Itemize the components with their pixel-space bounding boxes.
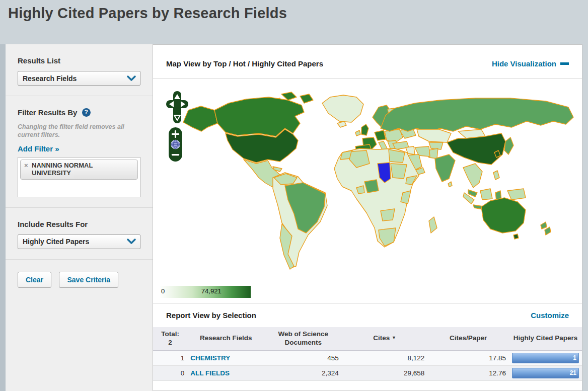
map-pan-control[interactable] <box>166 90 188 124</box>
page-header: Highly Cited Papers by Research Fields <box>0 0 588 44</box>
world-map[interactable] <box>153 79 582 303</box>
results-list-heading: Results List <box>18 56 140 65</box>
include-results-section: Include Results For Highly Cited Papers <box>6 207 153 259</box>
cpp-value: 12.76 <box>427 365 509 380</box>
globe-icon <box>171 140 180 149</box>
active-filters-box: × NANNING NORMAL UNIVERSITY <box>18 157 140 197</box>
chevron-down-icon <box>126 75 136 82</box>
filter-note: Changing the filter field removes all cu… <box>18 123 140 139</box>
field-link[interactable]: CHEMISTRY <box>190 354 230 362</box>
cites-value: 8,122 <box>342 350 427 365</box>
map-section-header: Map View by Top / Hot / Highly Cited Pap… <box>153 45 582 79</box>
filter-tag: × NANNING NORMAL UNIVERSITY <box>20 160 138 180</box>
chevron-down-icon <box>126 238 136 245</box>
col-highly-cited-papers: Highly Cited Papers <box>509 327 582 350</box>
row-rank: 1 <box>153 350 187 365</box>
legend-max: 74,921 <box>201 287 222 295</box>
cpp-value: 17.85 <box>427 350 509 365</box>
total-header: Total: 2 <box>153 327 187 350</box>
choropleth-map[interactable]: 0 74,921 <box>153 79 582 303</box>
add-filter-link[interactable]: Add Filter » <box>18 144 59 153</box>
table-row: 1 CHEMISTRY 455 8,122 17.85 1 <box>153 350 582 365</box>
customize-link[interactable]: Customize <box>531 311 569 320</box>
sidebar-filler <box>6 298 153 391</box>
report-view-title: Report View by Selection <box>166 311 256 320</box>
table-row: 0 ALL FIELDS 2,324 29,658 12.76 21 <box>153 365 582 380</box>
total-count: 2 <box>168 339 172 346</box>
filter-results-heading: Filter Results By <box>18 108 77 117</box>
docs-value: 2,324 <box>265 365 342 380</box>
remove-filter-icon[interactable]: × <box>24 162 28 169</box>
sidebar-actions: Clear Save Criteria <box>6 259 153 298</box>
help-icon[interactable]: ? <box>82 108 91 117</box>
row-rank: 0 <box>153 365 187 380</box>
docs-value: 455 <box>265 350 342 365</box>
clear-button[interactable]: Clear <box>18 272 51 288</box>
hide-visualization-link[interactable]: Hide Visualization <box>492 59 569 68</box>
bar-value: 1 <box>573 354 578 361</box>
highly-cited-bar: 21 <box>512 368 579 378</box>
main-panel: Map View by Top / Hot / Highly Cited Pap… <box>153 44 582 391</box>
report-section-header: Report View by Selection Customize <box>153 303 582 327</box>
map-view-title: Map View by Top / Hot / Highly Cited Pap… <box>166 59 323 68</box>
col-cites-sortable[interactable]: Cites ▼ <box>342 327 427 350</box>
highly-cited-bar: 1 <box>512 353 579 363</box>
col-research-fields: Research Fields <box>187 327 264 350</box>
bar-value: 21 <box>570 369 578 376</box>
minus-icon <box>560 62 569 65</box>
col-wos-documents: Web of Science Documents <box>265 327 342 350</box>
table-header-row: Total: 2 Research Fields Web of Science … <box>153 327 582 350</box>
include-results-dropdown[interactable]: Highly Cited Papers <box>18 234 140 249</box>
report-table: Total: 2 Research Fields Web of Science … <box>153 327 582 381</box>
filters-sidebar: Results List Research Fields Filter Resu… <box>6 44 153 391</box>
legend-min: 0 <box>161 287 165 295</box>
filter-results-section: Filter Results By ? Changing the filter … <box>6 96 153 207</box>
sort-desc-icon: ▼ <box>392 335 396 340</box>
page-title: Highly Cited Papers by Research Fields <box>8 5 588 22</box>
col-cites-per-paper: Cites/Paper <box>427 327 509 350</box>
map-zoom-control[interactable] <box>169 127 182 162</box>
field-link[interactable]: ALL FIELDS <box>190 369 230 377</box>
results-list-dropdown[interactable]: Research Fields <box>18 71 140 86</box>
include-results-selected: Highly Cited Papers <box>18 238 89 246</box>
save-criteria-button[interactable]: Save Criteria <box>59 272 118 288</box>
cites-value: 29,658 <box>342 365 427 380</box>
map-color-legend: 0 74,921 <box>159 286 251 298</box>
results-list-section: Results List Research Fields <box>6 44 153 96</box>
filter-tag-label: NANNING NORMAL UNIVERSITY <box>32 162 133 177</box>
include-results-heading: Include Results For <box>18 220 140 228</box>
results-list-selected: Research Fields <box>18 74 77 83</box>
